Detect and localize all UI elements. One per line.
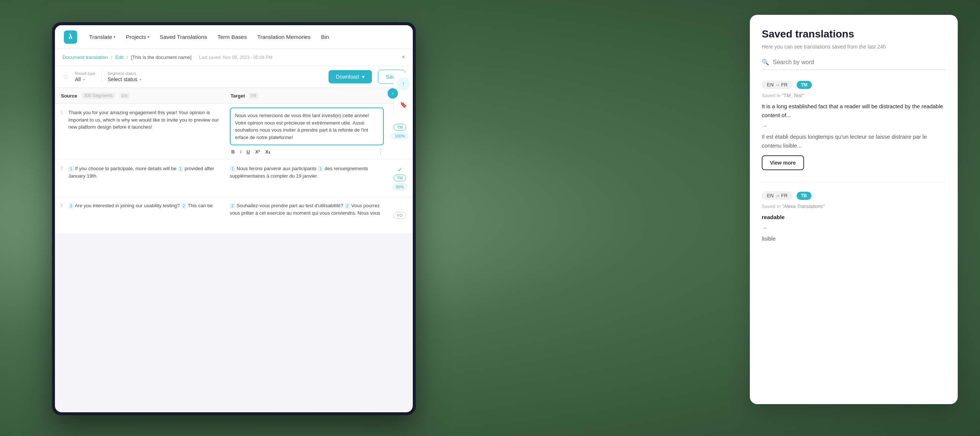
app-frame: λ Translate ▾ Projects ▾ Saved Translati… bbox=[52, 22, 416, 415]
doc-toolbar: Document translation / Edit / [This is t… bbox=[55, 49, 413, 66]
table-header: Source 300 Segments EN Target FR ⋮ bbox=[55, 88, 413, 104]
card-arrow-2: → bbox=[762, 225, 946, 231]
card-divider bbox=[762, 182, 946, 182]
format-subscript-button[interactable]: X₂ bbox=[264, 148, 272, 155]
projects-arrow-icon: ▾ bbox=[147, 35, 149, 39]
source-tag-3: 2 bbox=[68, 203, 74, 209]
source-tag-1: 1 bbox=[68, 166, 74, 172]
download-arrow-icon: ▾ bbox=[362, 74, 364, 80]
target-tag-2: 1 bbox=[318, 166, 323, 172]
breadcrumb-edit[interactable]: Edit bbox=[115, 54, 123, 60]
filter-bar: ☆ Result type All ▾ Segment status Selec… bbox=[55, 66, 413, 88]
target-text-3: 2 Souhaitez-vous prendre part au test d'… bbox=[230, 201, 384, 218]
target-lang-badge: FR bbox=[249, 93, 259, 98]
panel-toggle-button[interactable]: › bbox=[388, 88, 398, 98]
target-text-box-1[interactable]: Nous vous remercions de vous être tant i… bbox=[230, 108, 384, 145]
segments-count: 300 Segments bbox=[81, 92, 115, 99]
result-type-arrow-icon: ▾ bbox=[83, 78, 85, 82]
lang-pill-2: EN → FR bbox=[762, 191, 793, 200]
segment-status-select[interactable]: Select status ▾ bbox=[108, 76, 142, 82]
translate-arrow-icon: ▾ bbox=[114, 35, 115, 39]
panel-title: Saved translations bbox=[762, 28, 946, 40]
search-icon: 🔍 bbox=[762, 59, 769, 66]
row-number-3: 3 bbox=[55, 197, 68, 233]
view-more-button-1[interactable]: View more bbox=[762, 155, 804, 170]
nav-items: Translate ▾ Projects ▾ Saved Translation… bbox=[89, 34, 404, 40]
saved-in-name-2: "Alexa Translations" bbox=[782, 203, 824, 209]
format-italic-button[interactable]: I bbox=[238, 148, 243, 155]
row-number-1: 1 bbox=[55, 104, 68, 159]
card-langs-1: EN → FR TM bbox=[762, 81, 946, 89]
target-tag-4: 2 bbox=[345, 203, 350, 209]
nav-item-projects[interactable]: Projects ▾ bbox=[126, 34, 149, 40]
card-source-text-2: readable bbox=[762, 213, 946, 222]
source-label: Source bbox=[61, 93, 77, 98]
search-input[interactable] bbox=[773, 59, 946, 66]
target-cell-3[interactable]: 2 Souhaitez-vous prendre part au test d'… bbox=[227, 197, 387, 233]
target-cell-2[interactable]: 1 Nous ferons parvenir aux participants … bbox=[227, 160, 387, 197]
table-row: 2 1 If you choose to participate, more d… bbox=[55, 160, 413, 197]
source-text-1: Thank you for your amazing engagement th… bbox=[68, 104, 227, 159]
breadcrumb-sep1: / bbox=[111, 54, 113, 60]
translation-table: Source 300 Segments EN Target FR ⋮ 1 Tha… bbox=[55, 88, 413, 234]
target-label: Target bbox=[231, 93, 245, 98]
table-row: 1 Thank you for your amazing engagement … bbox=[55, 104, 413, 160]
nav-item-saved-translations[interactable]: Saved Translations bbox=[160, 34, 207, 40]
table-row: 3 2 Are you interested in joining our us… bbox=[55, 197, 413, 234]
segment-status-group: Segment status Select status ▾ bbox=[108, 71, 142, 82]
format-more-button[interactable]: ⋮ bbox=[377, 147, 384, 156]
translation-card-2: EN → FR TB Saved in "Alexa Translations"… bbox=[762, 191, 946, 243]
download-button[interactable]: Download ▾ bbox=[329, 70, 372, 83]
result-type-group: Result type All ▾ bbox=[75, 71, 95, 82]
nav-item-translation-memories[interactable]: Translation Memories bbox=[257, 34, 311, 40]
breadcrumb: Document translation / Edit / [This is t… bbox=[62, 54, 272, 60]
tm-badge-2: TM bbox=[393, 174, 406, 181]
segment-status-label: Segment status bbox=[108, 71, 142, 76]
result-type-label: Result type bbox=[75, 71, 95, 76]
format-bold-button[interactable]: B bbox=[230, 148, 236, 155]
source-column-header: Source 300 Segments EN bbox=[61, 92, 231, 99]
panel-subtitle: Here you can see translations saved from… bbox=[762, 44, 946, 50]
close-button[interactable]: × bbox=[401, 53, 406, 61]
logo[interactable]: λ bbox=[64, 30, 77, 44]
segment-status-arrow-icon: ▾ bbox=[140, 78, 142, 82]
badges-col-3: PD bbox=[387, 197, 413, 233]
card-target-text-1: Il est établi depuis longtemps qu'un lec… bbox=[762, 132, 946, 150]
source-text-2: 1 If you choose to participate, more det… bbox=[68, 160, 227, 197]
result-type-select[interactable]: All ▾ bbox=[75, 76, 95, 82]
breadcrumb-doc-name: [This is the document name] bbox=[131, 54, 191, 60]
pct-badge-1: 100% bbox=[391, 133, 408, 140]
card-arrow-1: → bbox=[762, 123, 946, 129]
nav-item-term-bases[interactable]: Term Bases bbox=[218, 34, 247, 40]
source-text-3: 2 Are you interested in joining our usab… bbox=[68, 197, 227, 233]
last-saved-text: Last saved: Nov 08, 2023 - 05:04 PM bbox=[199, 55, 272, 60]
format-superscript-button[interactable]: X² bbox=[253, 148, 261, 155]
translation-card-1: EN → FR TM Saved in "TM_Test" It is a lo… bbox=[762, 81, 946, 170]
target-cell-1[interactable]: Nous vous remercions de vous être tant i… bbox=[227, 104, 387, 159]
card-target-text-2: lisible bbox=[762, 234, 946, 243]
type-badge-tm-1: TM bbox=[797, 81, 812, 89]
lang-pill-1: EN → FR bbox=[762, 81, 793, 89]
breadcrumb-doc-translation[interactable]: Document translation bbox=[62, 54, 108, 60]
navbar: λ Translate ▾ Projects ▾ Saved Translati… bbox=[55, 25, 413, 49]
breadcrumb-sep2: / bbox=[127, 54, 128, 60]
app-inner: λ Translate ▾ Projects ▾ Saved Translati… bbox=[55, 25, 413, 412]
upload-icon[interactable]: ↑ bbox=[397, 77, 410, 90]
nav-item-bin[interactable]: Bin bbox=[321, 34, 329, 40]
saved-in-name-1: "TM_Test" bbox=[782, 93, 804, 98]
format-underline-button[interactable]: U bbox=[245, 148, 251, 155]
bookmark-icon[interactable]: 🔖 bbox=[397, 98, 410, 111]
search-box: 🔍 bbox=[762, 59, 946, 70]
star-button[interactable]: ☆ bbox=[62, 72, 69, 81]
tm-badge-1: TM bbox=[393, 124, 406, 130]
source-tag-2: 1 bbox=[178, 166, 183, 172]
source-tag-4: 2 bbox=[181, 203, 187, 209]
check-icon-2: ✓ bbox=[398, 166, 402, 173]
badges-col-2: ✓ TM 90% bbox=[387, 160, 413, 197]
pd-badge-3: PD bbox=[393, 212, 406, 219]
target-text-2: 1 Nous ferons parvenir aux participants … bbox=[230, 163, 384, 181]
saved-in-2: Saved in "Alexa Translations" bbox=[762, 203, 946, 209]
saved-translations-panel: Saved translations Here you can see tran… bbox=[750, 15, 958, 404]
saved-in-1: Saved in "TM_Test" bbox=[762, 93, 946, 98]
nav-item-translate[interactable]: Translate ▾ bbox=[89, 34, 115, 40]
